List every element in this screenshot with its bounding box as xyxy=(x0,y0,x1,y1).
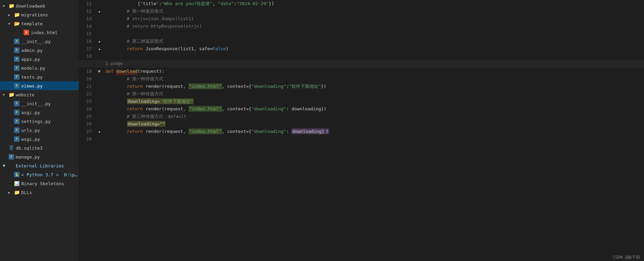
sidebar-label-db-sqlite3: db.sqlite3 xyxy=(16,146,79,151)
sidebar-label-models-py: models.py xyxy=(21,66,79,71)
gutter-22 xyxy=(96,90,103,98)
sidebar-item-binary-skeletons[interactable]: 📊 Binary Skeletons xyxy=(0,179,79,188)
status-text: CSDN @扬子期 xyxy=(613,255,640,260)
gutter-27: ⬥ xyxy=(96,128,103,135)
code-text-15[interactable] xyxy=(103,30,644,38)
folder-arrow-migrations: ▶ xyxy=(8,13,14,17)
html-icon: H xyxy=(23,29,29,36)
folder-icon-template: 📂 xyxy=(14,20,20,27)
bookmark-icon-12: ⬥ xyxy=(98,9,101,14)
sidebar-item-index-html[interactable]: H index.html xyxy=(0,28,79,37)
gutter-13 xyxy=(96,15,103,23)
sidebar-item-external-libraries[interactable]: ▼ External Libraries xyxy=(0,161,79,170)
sidebar-label-website: website xyxy=(16,92,79,97)
status-bar: CSDN @扬子期 xyxy=(609,254,644,261)
line-num-12: 12 xyxy=(79,8,96,15)
py-icon-wsgi: P xyxy=(14,136,20,142)
bookmark-icon-16: ⬥ xyxy=(98,39,101,44)
code-text-27[interactable]: return render(request, "index.html", con… xyxy=(103,128,644,135)
sidebar-item-apps-py[interactable]: P apps.py xyxy=(0,55,79,64)
code-text-20[interactable]: # 第一种传值方式 xyxy=(103,75,644,83)
usage-gutter xyxy=(96,60,103,68)
sidebar-item-init-py-2[interactable]: P __init__.py xyxy=(0,99,79,108)
code-line-11: 11 {'title':"Who are you?你是谁", "date":"2… xyxy=(79,0,644,8)
bookmark-icon-17: ⬥ xyxy=(98,46,101,51)
folder-icon-dlls: 📁 xyxy=(14,189,20,195)
py-icon-tests: P xyxy=(14,74,20,80)
usage-line-num: . xyxy=(79,60,96,68)
sidebar-item-models-py[interactable]: P models.py xyxy=(0,64,79,72)
folder-arrow-downloadweb: ▼ xyxy=(3,4,8,8)
sidebar-label-downloadweb: downloadweb xyxy=(16,3,79,9)
line-num-20: 20 xyxy=(79,75,96,83)
code-text-28[interactable] xyxy=(103,135,644,143)
py-icon-urls: P xyxy=(14,127,20,133)
code-line-23: 23 downloading="软件下载地址" xyxy=(79,98,644,105)
fold-icon-19: ▼ xyxy=(98,69,100,74)
code-text-16[interactable]: # 第二种返回形式 xyxy=(103,38,644,45)
py-icon-admin: P xyxy=(14,47,20,53)
sidebar-item-urls-py[interactable]: P urls.py xyxy=(0,126,79,135)
file-tree[interactable]: ▼ 📁 downloadweb ▶ 📁 migrations ▼ 📂 templ… xyxy=(0,0,79,261)
code-text-24[interactable]: return render(request, "index.html", con… xyxy=(103,105,644,113)
python-icon: 🐍 xyxy=(14,171,20,178)
sidebar-item-settings-py[interactable]: P settings.py xyxy=(0,117,79,126)
code-text-22[interactable]: # 第一种传值方式 xyxy=(103,90,644,98)
line-num-19: 19 xyxy=(79,68,96,75)
sidebar-item-views-py[interactable]: P views.py xyxy=(0,81,79,90)
sidebar-item-python37[interactable]: 🐍 < Python 3.7 > D:\py3.7 xyxy=(0,170,79,179)
code-line-22: 22 # 第一种传值方式 xyxy=(79,90,644,98)
gutter-19: ▼ xyxy=(96,68,103,75)
folder-icon-website: 📁 xyxy=(8,92,14,98)
code-text-26[interactable]: downloading="" xyxy=(103,120,644,128)
line-num-17: 17 xyxy=(79,45,96,53)
sidebar-item-dlls[interactable]: ▶ 📁 DLLs xyxy=(0,188,79,197)
code-text-12[interactable]: # 第一种返回形式 xyxy=(103,8,644,15)
code-text-19[interactable]: def download(request): xyxy=(103,68,644,75)
gutter-15 xyxy=(96,30,103,38)
py-icon-manage: P xyxy=(8,154,14,160)
line-num-16: 16 xyxy=(79,38,96,45)
code-editor[interactable]: 11 {'title':"Who are you?你是谁", "date":"2… xyxy=(79,0,644,261)
py-icon-views: P xyxy=(14,83,20,89)
sidebar-label-settings-py: settings.py xyxy=(21,119,79,124)
code-text-18[interactable] xyxy=(103,53,644,60)
sidebar-label-views-py: views.py xyxy=(21,83,79,88)
sidebar-item-admin-py[interactable]: P admin.py xyxy=(0,46,79,55)
line-num-13: 13 xyxy=(79,15,96,23)
code-text-25[interactable]: # 第三种传值方式：default xyxy=(103,113,644,120)
code-text-23[interactable]: downloading="软件下载地址" xyxy=(103,98,644,105)
folder-arrow-template: ▼ xyxy=(8,22,14,26)
gutter-20 xyxy=(96,75,103,83)
code-text-13[interactable]: # strjs=json.dumps(list1) xyxy=(103,15,644,23)
sidebar-item-tests-py[interactable]: P tests.py xyxy=(0,72,79,81)
gutter-17: ⬥ xyxy=(96,45,103,53)
sidebar-item-manage-py[interactable]: P manage.py xyxy=(0,152,79,161)
sidebar-item-asgi-py[interactable]: P asgi.py xyxy=(0,108,79,117)
gutter-26 xyxy=(96,120,103,128)
code-line-14: 14 # return HttpResponse(strjs) xyxy=(79,23,644,30)
sidebar-item-downloadweb[interactable]: ▼ 📁 downloadweb xyxy=(0,1,79,10)
code-line-21: 21 return render(request, "index.html", … xyxy=(79,83,644,90)
code-line-12: 12 ⬥ # 第一种返回形式 xyxy=(79,8,644,15)
code-line-27: 27 ⬥ return render(request, "index.html"… xyxy=(79,128,644,135)
usage-badge-text: 1 usage xyxy=(103,60,644,68)
sidebar-item-template[interactable]: ▼ 📂 template xyxy=(0,19,79,28)
code-text-14[interactable]: # return HttpResponse(strjs) xyxy=(103,23,644,30)
gutter-23 xyxy=(96,98,103,105)
code-text-21[interactable]: return render(request, "index.html", con… xyxy=(103,83,644,90)
sidebar-item-init-py-1[interactable]: P __init__.py xyxy=(0,37,79,46)
gutter-25 xyxy=(96,113,103,120)
code-text-17[interactable]: return JsonResponse(list1, safe=False) xyxy=(103,45,644,53)
sidebar-label-template: template xyxy=(21,21,79,26)
sidebar-item-db-sqlite3[interactable]: 🗄 db.sqlite3 xyxy=(0,143,79,152)
folder-icon-downloadweb: 📁 xyxy=(8,3,14,9)
sidebar-item-wsgi-py[interactable]: P wsgi.py xyxy=(0,135,79,143)
code-text-11[interactable]: {'title':"Who are you?你是谁", "date":"2024… xyxy=(103,0,644,8)
gutter-14 xyxy=(96,23,103,30)
sidebar-item-migrations[interactable]: ▶ 📁 migrations xyxy=(0,10,79,19)
folder-arrow-dlls: ▶ xyxy=(8,191,14,194)
sidebar-item-website[interactable]: ▼ 📁 website xyxy=(0,90,79,99)
code-line-15: 15 xyxy=(79,30,644,38)
sidebar-label-migrations: migrations xyxy=(21,12,79,17)
